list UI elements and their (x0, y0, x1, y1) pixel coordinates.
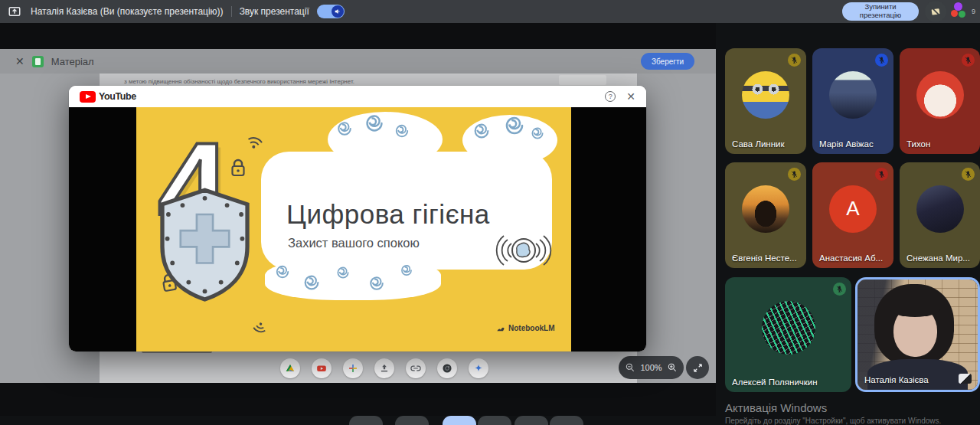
participant-name: Тихон (906, 139, 974, 149)
speaking-head-icon (495, 227, 553, 276)
windows-activation-title: Активація Windows (725, 401, 827, 414)
wave-swirl-decoration (273, 262, 292, 282)
wave-swirl-decoration (398, 262, 415, 279)
wifi-icon (241, 128, 269, 155)
participant-count: 9 (972, 8, 975, 15)
wave-swirl-decoration (334, 118, 355, 139)
participant-tile[interactable]: Марія Авіжас (812, 48, 893, 154)
presentation-sound-toggle[interactable] (317, 5, 345, 18)
drive-icon[interactable] (280, 358, 300, 378)
zoom-level: 100% (640, 363, 662, 372)
participant-avatar (762, 301, 815, 355)
participant-avatar (742, 71, 789, 119)
document-area: з метою підвищення обізнаності щодо безп… (0, 74, 716, 383)
slide-subtitle: Захист вашого спокою (288, 236, 420, 250)
wave-swirl-decoration (361, 110, 387, 136)
document-text: з метою підвищення обізнаності щодо безп… (124, 78, 492, 85)
participant-avatar (829, 71, 877, 119)
mic-off-icon (875, 168, 888, 181)
mic-off-icon (788, 168, 801, 181)
wifi-icon (247, 316, 272, 341)
wave-swirl-decoration (334, 263, 352, 282)
participant-avatar-dot (951, 10, 958, 17)
youtube-modal: YouTube ? ✕ 4 Цифрова (69, 86, 646, 351)
participant-tile[interactable]: Наталія Казієва (855, 277, 980, 392)
windows-activation-subtitle: Перейдіть до розділу "Настройки", щоб ак… (725, 417, 941, 425)
participant-avatar (858, 280, 978, 390)
stop-presentation-button[interactable]: Зупинити презентацію (842, 2, 919, 21)
participant-avatar: А (829, 185, 877, 233)
participant-avatar (916, 185, 964, 233)
participant-tile[interactable]: Снежана Мир... (900, 162, 980, 268)
zoom-control[interactable]: 100% (619, 356, 684, 379)
participant-name: Анастасия Аб... (819, 253, 887, 263)
document-field (559, 75, 606, 85)
shared-screen-region: ✕ Матеріал Зберегти з метою підвищення о… (0, 23, 716, 416)
wave-swirl-decoration (501, 112, 528, 139)
presentation-slide: 4 Цифрова гігієна Захист вашого спокою (136, 107, 571, 351)
sparkle-icon[interactable] (469, 358, 488, 378)
divider (231, 6, 232, 17)
link-icon[interactable] (406, 358, 426, 378)
notebooklm-brand: NotebookLM (496, 324, 555, 332)
plus-icon[interactable] (343, 358, 363, 378)
top-bar: Наталія Казієва (Ви (показуєте презентац… (0, 0, 980, 23)
mic-off-icon (875, 54, 888, 67)
participant-tile[interactable]: Алексей Поляничкин (725, 277, 851, 392)
padlock-icon (228, 158, 248, 178)
close-icon[interactable]: ✕ (626, 91, 635, 102)
participant-name: Марія Авіжас (819, 139, 887, 149)
meet-control-button[interactable] (514, 416, 548, 425)
slide-title: Цифрова гігієна (286, 199, 490, 230)
youtube-icon[interactable] (312, 358, 332, 378)
youtube-logo: YouTube (80, 91, 136, 103)
pip-icon (959, 374, 972, 384)
meet-control-button[interactable] (550, 416, 583, 425)
mic-off-icon (962, 54, 975, 67)
youtube-wordmark: YouTube (99, 91, 136, 102)
meet-control-button[interactable] (478, 416, 511, 425)
participant-avatar (742, 185, 789, 233)
meet-control-button[interactable] (395, 416, 429, 425)
meet-window: Наталія Казієва (Ви (показуєте презентац… (0, 0, 980, 425)
youtube-play-icon (80, 91, 96, 103)
participant-tile[interactable]: Сава Линник (725, 48, 806, 154)
mic-off-icon (962, 168, 975, 181)
participants-button[interactable]: 9 (949, 2, 975, 21)
participant-tile[interactable]: А Анастасия Аб... (812, 162, 893, 268)
upload-icon[interactable] (374, 358, 394, 378)
insert-toolbar (280, 358, 488, 378)
zoom-out-icon (625, 362, 635, 373)
participant-name: Сава Линник (732, 139, 800, 149)
notebooklm-label: NotebookLM (508, 324, 555, 332)
material-doc-icon (32, 56, 44, 67)
presenting-icon (8, 5, 23, 18)
camera-icon[interactable] (437, 358, 457, 378)
mic-off-icon (788, 54, 801, 67)
wave-swirl-decoration (528, 124, 547, 142)
wave-swirl-decoration (300, 271, 323, 294)
participant-name: Алексей Поляничкин (732, 378, 845, 387)
help-icon[interactable]: ? (605, 91, 616, 102)
participant-tile[interactable]: Тихон (900, 48, 980, 154)
meet-control-button[interactable] (349, 416, 383, 425)
shared-tab-bar: ✕ Матеріал Зберегти (0, 49, 716, 74)
notebooklm-logo-icon (496, 325, 505, 332)
speaker-icon (332, 5, 344, 18)
expand-icon (692, 362, 704, 374)
participant-avatar-dot (959, 11, 965, 18)
zoom-in-icon (667, 362, 678, 373)
participant-tile[interactable]: Євгенія Несте... (725, 162, 806, 268)
close-icon[interactable]: ✕ (15, 56, 24, 67)
mic-off-icon (833, 283, 846, 296)
webcam-hair-bangs (890, 299, 940, 317)
tab-material-label: Матеріал (51, 56, 94, 67)
video-player[interactable]: 4 Цифрова гігієна Захист вашого спокою (69, 107, 646, 351)
fullscreen-button[interactable] (686, 356, 709, 379)
meet-control-button[interactable] (443, 416, 476, 425)
participant-avatar (916, 71, 964, 119)
participant-name: Снежана Мир... (906, 253, 974, 263)
wave-swirl-decoration (392, 121, 412, 141)
stop-sharing-icon-button[interactable] (925, 1, 946, 22)
save-button[interactable]: Зберегти (641, 53, 694, 70)
